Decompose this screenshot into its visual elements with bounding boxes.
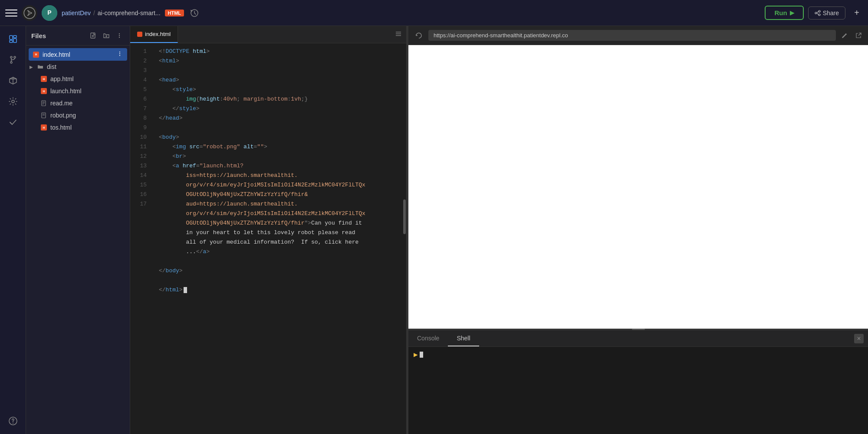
file-item-tos-html[interactable]: H tos.html	[26, 121, 130, 134]
file-name-app: app.html	[50, 75, 125, 82]
breadcrumb-username[interactable]: patientDev	[62, 10, 91, 16]
more-options-icon[interactable]	[114, 30, 125, 41]
breadcrumb-repl[interactable]: ai-comprehend-smart...	[98, 10, 161, 16]
file-name-dist: dist	[47, 63, 125, 70]
svg-point-7	[819, 14, 820, 16]
x-icon[interactable]: ✕	[854, 334, 864, 343]
code-line-9	[152, 123, 406, 133]
code-content[interactable]: <!DOCTYPE html> <html> <head> <style> im…	[152, 43, 406, 434]
menu-icon[interactable]	[5, 7, 17, 19]
file-name-robot-png: robot.png	[50, 112, 125, 119]
code-editor[interactable]: 12345 678910 1112131415 1617 <!DOCTYPE h…	[130, 43, 406, 434]
browser-url-input[interactable]	[428, 30, 836, 41]
line-numbers: 12345 678910 1112131415 1617	[130, 43, 152, 434]
svg-point-14	[10, 56, 12, 58]
file-item-app-html[interactable]: H app.html	[26, 73, 130, 85]
run-button[interactable]: Run ▶	[765, 6, 803, 20]
sidebar-icon-git[interactable]	[4, 51, 22, 69]
console-tab-label: Console	[417, 335, 439, 342]
file-item-readme[interactable]: read.me	[26, 97, 130, 109]
svg-point-5	[819, 10, 820, 12]
topbar: P patientDev / ai-comprehend-smart... HT…	[0, 0, 868, 26]
terminal-clear[interactable]: ✕	[854, 334, 864, 343]
editor-area: index.html 12345 678910 1112131415 1617 …	[130, 26, 406, 434]
sidebar-icon-check[interactable]	[4, 114, 22, 131]
add-button[interactable]: +	[851, 7, 863, 19]
svg-point-21	[119, 33, 120, 34]
code-line-13-8: in your heart to let this lovely robot p…	[152, 228, 406, 238]
code-line-15: </body>	[152, 266, 406, 276]
run-label: Run	[774, 9, 787, 16]
terminal-prompt: ▶	[414, 350, 863, 359]
file-name-tos: tos.html	[50, 124, 125, 131]
file-item-dist[interactable]: ▶ dist	[26, 61, 130, 73]
icon-sidebar	[0, 26, 26, 434]
preview-area	[408, 45, 868, 329]
sidebar-icon-settings[interactable]	[4, 93, 22, 110]
file-item-index-html[interactable]: H index.html	[29, 48, 127, 61]
tab-label-index: index.html	[145, 31, 171, 37]
svg-line-9	[817, 13, 819, 14]
breadcrumb-separator: /	[93, 10, 95, 16]
code-line-13-1: <a href="launch.html?	[152, 161, 406, 171]
code-line-16	[152, 276, 406, 285]
html-file-icon: H	[33, 52, 39, 58]
svg-point-25	[119, 53, 120, 54]
terminal-cursor	[420, 352, 423, 358]
file-sidebar-header: Files	[26, 26, 130, 46]
history-icon[interactable]	[188, 7, 201, 19]
svg-point-16	[10, 62, 12, 63]
new-file-icon[interactable]	[88, 30, 99, 41]
code-line-1: <!DOCTYPE html>	[152, 47, 406, 56]
file-item-launch-html[interactable]: H launch.html	[26, 85, 130, 97]
svg-point-23	[119, 37, 120, 38]
tab-console[interactable]: Console	[408, 330, 448, 346]
user-avatar[interactable]: P	[42, 5, 57, 21]
tab-shell[interactable]: Shell	[448, 330, 479, 346]
folder-chevron-icon: ▶	[30, 65, 33, 69]
file-item-robot-png[interactable]: robot.png	[26, 109, 130, 121]
svg-rect-12	[10, 40, 13, 42]
share-label: Share	[823, 10, 839, 16]
html-badge: HTML	[165, 10, 184, 16]
file-more-icon[interactable]	[117, 51, 123, 58]
code-line-6: img{height:40vh; margin-bottom:1vh;}	[152, 95, 406, 104]
svg-line-8	[817, 12, 819, 13]
svg-point-6	[815, 12, 817, 14]
topbar-left: P patientDev / ai-comprehend-smart... HT…	[5, 5, 760, 21]
code-line-8: </head>	[152, 114, 406, 123]
file-sidebar: Files H index.html	[26, 26, 130, 434]
browser-open-icon[interactable]	[853, 30, 864, 41]
share-button[interactable]: Share	[808, 7, 845, 20]
svg-point-15	[14, 56, 16, 58]
code-line-13-7: OGUtODljNy04NjUxZTZhYWIzYzYifQ/fhir">Can…	[152, 219, 406, 228]
editor-scrollbar[interactable]	[403, 43, 406, 434]
code-line-13-9: all of your medical information? If so, …	[152, 238, 406, 247]
terminal-area[interactable]: ▶	[408, 347, 868, 434]
file-sidebar-title: Files	[31, 32, 46, 39]
sidebar-icon-files[interactable]	[4, 30, 22, 48]
svg-line-37	[858, 33, 861, 36]
code-line-12: <br>	[152, 152, 406, 161]
shell-tab-label: Shell	[457, 335, 470, 342]
sidebar-icon-packages[interactable]	[4, 72, 22, 89]
code-line-3	[152, 66, 406, 75]
bottom-tabs: Console Shell ✕	[408, 330, 868, 347]
editor-tab-index[interactable]: index.html	[130, 26, 178, 43]
replit-logo[interactable]	[22, 5, 37, 21]
svg-rect-13	[13, 39, 16, 42]
sidebar-icon-help[interactable]	[4, 412, 22, 430]
file-list: H index.html ▶ dist H app.html H	[26, 46, 130, 136]
file-name-launch: launch.html	[50, 88, 125, 95]
new-folder-icon[interactable]	[101, 30, 112, 41]
editor-menu-icon[interactable]	[391, 30, 406, 39]
reload-button[interactable]	[413, 29, 425, 42]
code-line-7: </style>	[152, 104, 406, 114]
svg-point-17	[12, 100, 14, 103]
code-line-13-6: org/v/r4/sim/eyJrIjoiMSIsImIiOiI4N2EzMzl…	[152, 209, 406, 219]
code-line-2: <html>	[152, 56, 406, 66]
svg-point-1	[28, 11, 31, 14]
svg-rect-10	[10, 36, 13, 39]
browser-edit-icon[interactable]	[839, 30, 850, 41]
scrollbar-thumb	[403, 199, 406, 234]
